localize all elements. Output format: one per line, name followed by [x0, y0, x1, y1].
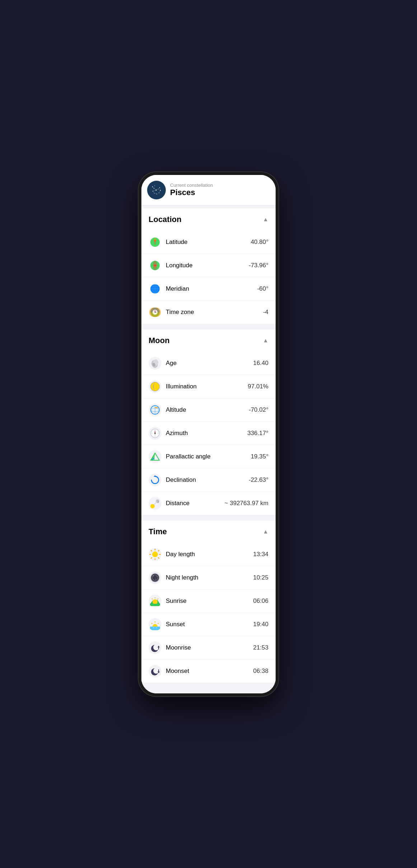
day-length-row: Day length 13:34	[141, 543, 276, 566]
moonrise-label: Moonrise	[166, 644, 249, 651]
svg-point-71	[154, 433, 156, 434]
sunset-label: Sunset	[166, 621, 249, 628]
svg-point-78	[149, 497, 161, 510]
longitude-icon	[149, 259, 161, 272]
day-length-label: Day length	[166, 551, 249, 558]
moon-title: Moon	[149, 336, 170, 345]
section-gap-2	[141, 515, 276, 518]
timezone-label: Time zone	[166, 309, 259, 316]
svg-point-97	[155, 579, 156, 580]
timezone-row: Time zone -4	[141, 301, 276, 324]
sunset-icon	[149, 618, 161, 631]
azimuth-icon	[149, 427, 161, 440]
svg-line-90	[158, 550, 159, 551]
sunrise-value: 06:06	[253, 597, 268, 605]
time-title: Time	[149, 527, 167, 536]
longitude-label: Longitude	[166, 262, 244, 269]
constellation-name: Pisces	[170, 188, 213, 197]
moonrise-value: 21:53	[253, 644, 268, 651]
longitude-row: Longitude -73.96°	[141, 254, 276, 277]
moon-altitude-value: -70.02°	[249, 406, 268, 414]
moon-altitude-icon	[149, 403, 161, 416]
svg-point-55	[151, 382, 159, 391]
meridian-label: Meridian	[166, 285, 253, 292]
moon-section-header[interactable]: Moon ▲	[141, 329, 276, 352]
svg-line-106	[158, 599, 158, 599]
svg-line-113	[152, 623, 153, 624]
latitude-label: Latitude	[166, 239, 247, 246]
location-section-header[interactable]: Location ▲	[141, 208, 276, 231]
latitude-icon	[149, 236, 161, 249]
azimuth-label: Azimuth	[166, 430, 243, 437]
sunset-row: Sunset 19:40	[141, 613, 276, 636]
illumination-value: 97.01%	[248, 383, 268, 390]
svg-point-117	[153, 627, 154, 628]
distance-icon	[149, 497, 161, 510]
latitude-value: 40.80°	[251, 239, 268, 246]
meridian-row: Meridian -60°	[141, 277, 276, 301]
constellation-label: Current constellation	[170, 183, 213, 188]
moon-altitude-label: Altitude	[166, 406, 244, 414]
parallactic-row: Parallactic angle 19.35°	[141, 445, 276, 468]
night-length-row: Night length 10:25	[141, 566, 276, 590]
svg-point-98	[153, 579, 154, 580]
location-title: Location	[149, 215, 182, 224]
parallactic-icon	[149, 450, 161, 463]
moon-age-value: 16.40	[253, 360, 268, 367]
distance-label: Distance	[166, 500, 220, 507]
svg-point-126	[153, 668, 159, 674]
time-chevron-icon: ▲	[263, 528, 268, 535]
svg-point-118	[156, 627, 157, 628]
parallactic-value: 19.35°	[251, 453, 268, 460]
svg-point-2	[154, 185, 155, 186]
sunrise-label: Sunrise	[166, 597, 249, 605]
moon-age-label: Age	[166, 360, 249, 367]
svg-line-114	[158, 623, 159, 624]
parallactic-label: Parallactic angle	[166, 453, 247, 460]
sunrise-icon	[149, 595, 161, 608]
distance-value: ~ 392763.97 km	[225, 500, 268, 507]
constellation-text: Current constellation Pisces	[170, 183, 213, 197]
svg-point-83	[152, 551, 158, 557]
phone-inner: Current constellation Pisces Location ▲	[141, 175, 276, 693]
latitude-row: Latitude 40.80°	[141, 231, 276, 254]
longitude-value: -73.96°	[249, 262, 268, 269]
timezone-icon	[149, 306, 161, 319]
azimuth-row: Azimuth 336.17°	[141, 422, 276, 445]
distance-row: Distance ~ 392763.97 km	[141, 492, 276, 515]
illumination-row: Illumination 97.01%	[141, 375, 276, 398]
section-gap-1	[141, 324, 276, 327]
timezone-value: -4	[263, 309, 268, 316]
svg-line-89	[158, 558, 159, 558]
constellation-icon	[147, 181, 166, 199]
svg-line-88	[151, 550, 152, 551]
moonrise-icon	[149, 641, 161, 654]
declination-label: Declination	[166, 476, 244, 484]
time-items: Day length 13:34	[141, 543, 276, 683]
day-length-icon	[149, 548, 161, 561]
declination-value: -22.63°	[249, 476, 268, 484]
day-length-value: 13:34	[253, 551, 268, 558]
svg-point-27	[154, 244, 156, 244]
night-length-label: Night length	[166, 574, 249, 581]
moonrise-row: Moonrise 21:53	[141, 636, 276, 660]
svg-point-96	[156, 576, 157, 577]
svg-point-95	[153, 576, 154, 576]
night-length-icon	[149, 571, 161, 584]
night-length-value: 10:25	[253, 574, 268, 581]
svg-point-34	[154, 264, 156, 267]
declination-icon	[149, 474, 161, 486]
location-chevron-icon: ▲	[263, 216, 268, 223]
moonset-label: Moonset	[166, 668, 249, 675]
sunrise-row: Sunrise 06:06	[141, 590, 276, 613]
meridian-value: -60°	[257, 285, 268, 292]
meridian-icon	[149, 282, 161, 295]
phone-frame: Current constellation Pisces Location ▲	[139, 172, 278, 696]
illumination-icon	[149, 380, 161, 393]
moonset-icon	[149, 665, 161, 678]
moon-altitude-row: Altitude -70.02°	[141, 398, 276, 422]
time-section-header[interactable]: Time ▲	[141, 521, 276, 543]
svg-rect-116	[150, 627, 160, 630]
moon-age-icon	[149, 357, 161, 370]
svg-line-105	[152, 599, 153, 599]
